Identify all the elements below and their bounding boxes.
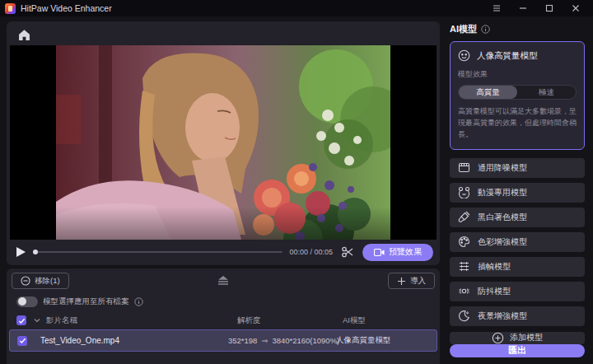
video-content [56, 45, 390, 240]
header-video-name: 影片名稱 [46, 315, 77, 326]
resolution-to: 3840*2160(1090%) [272, 336, 339, 345]
apply-all-info-icon[interactable] [134, 297, 143, 306]
apply-all-label: 模型選擇應用至所有檔案 [43, 296, 129, 307]
model-list: 通用降噪模型 動漫專用模型 黑白著色模型 [450, 158, 585, 326]
preview-effect-button[interactable]: 預覽效果 [362, 244, 433, 261]
file-ai-model: 人像高質量模型 [336, 335, 391, 346]
model-item-label: 通用降噪模型 [478, 162, 527, 174]
add-model-button[interactable]: 添加模型 [450, 332, 585, 344]
option-high-quality[interactable]: 高質量 [459, 86, 517, 99]
apply-all-row: 模型選擇應用至所有檔案 [16, 295, 143, 308]
preview-effect-label: 預覽效果 [389, 246, 422, 258]
model-item-label: 夜景增強模型 [478, 310, 527, 322]
files-toolbar: 移除(1) 導入 [12, 272, 435, 290]
video-preview [10, 45, 437, 240]
model-item-label: 動漫專用模型 [478, 187, 527, 198]
ai-model-panel: AI模型 人像高質量模型 模型效果 高質量 極速 高質量模型可以滿足大多數場景，… [445, 20, 590, 364]
active-model-name: 人像高質量模型 [477, 50, 538, 62]
maximize-icon[interactable] [540, 2, 558, 15]
portrait-face-icon [458, 49, 470, 62]
files-panel: 移除(1) 導入 模型選擇應用至所有檔案 影片名 [7, 268, 440, 364]
select-all-checkbox[interactable] [16, 315, 26, 325]
time-display: 00:00 / 00:05 [289, 248, 333, 256]
circle-minus-icon [21, 276, 30, 286]
seek-slider[interactable] [33, 247, 282, 257]
row-checkbox[interactable] [17, 336, 27, 346]
header-ai-model: AI模型 [343, 315, 366, 326]
header-resolution: 解析度 [237, 315, 261, 326]
window-title: HitPaw Video Enhancer [21, 3, 112, 13]
model-item-anime[interactable]: 動漫專用模型 [450, 183, 585, 203]
model-item-stabilize[interactable]: 防抖模型 [450, 282, 585, 301]
close-icon[interactable] [567, 2, 585, 15]
file-table-header: 影片名稱 解析度 AI模型 [16, 315, 430, 326]
menu-icon[interactable] [488, 2, 506, 15]
import-label: 導入 [410, 276, 426, 287]
denoise-icon [458, 161, 470, 174]
model-item-colorize[interactable]: 黑白著色模型 [450, 208, 585, 227]
home-icon[interactable] [16, 27, 31, 42]
toggle-knob [18, 297, 26, 306]
plus-circle-icon [492, 332, 504, 344]
active-model-card[interactable]: 人像高質量模型 模型效果 高質量 極速 高質量模型可以滿足大多數場景，呈現最高質… [450, 41, 585, 150]
plus-icon [397, 277, 406, 286]
check-icon [19, 337, 26, 344]
model-item-label: 黑白著色模型 [478, 212, 527, 223]
resolution-from: 352*198 [228, 336, 257, 345]
window-controls [488, 2, 588, 15]
add-model-label: 添加模型 [510, 332, 543, 343]
file-row[interactable]: Test_Video_One.mp4 352*198 ⇒ 3840*2160(1… [9, 329, 437, 352]
apply-all-toggle[interactable] [16, 296, 38, 307]
play-icon[interactable] [15, 246, 26, 258]
remove-button[interactable]: 移除(1) [12, 273, 69, 289]
active-model-head: 人像高質量模型 [458, 49, 577, 62]
model-item-frame-interpolation[interactable]: 插幀模型 [450, 257, 585, 277]
ai-model-info-icon[interactable] [481, 25, 490, 34]
model-item-general-denoise[interactable]: 通用降噪模型 [450, 158, 585, 178]
trim-scissors-icon[interactable] [341, 245, 354, 259]
paint-brush-icon [458, 211, 470, 223]
chevron-down-icon[interactable] [33, 316, 41, 324]
import-button[interactable]: 導入 [388, 273, 435, 289]
seek-thumb[interactable] [33, 250, 38, 254]
model-item-label: 防抖模型 [478, 286, 511, 297]
effect-segmented-control: 高質量 極速 [458, 85, 577, 100]
ai-panel-header: AI模型 [450, 23, 585, 35]
moon-icon [458, 310, 470, 322]
anime-bear-icon [458, 186, 470, 198]
model-item-color-enhance[interactable]: 色彩增強模型 [450, 232, 585, 252]
model-item-label: 色彩增強模型 [478, 236, 527, 248]
video-scene [56, 45, 390, 240]
model-item-night-enhance[interactable]: 夜景增強模型 [450, 306, 585, 326]
option-fast[interactable]: 極速 [517, 86, 576, 99]
film-frames-icon [458, 260, 470, 273]
player-panel: 00:00 / 00:05 預覽效果 [7, 21, 440, 265]
app-logo-icon [5, 3, 16, 14]
palette-icon [458, 236, 470, 248]
minimize-icon[interactable] [514, 2, 532, 15]
resolution-arrow: ⇒ [261, 336, 268, 345]
playback-controls: 00:00 / 00:05 預覽效果 [15, 243, 433, 261]
file-name: Test_Video_One.mp4 [40, 336, 119, 345]
export-button[interactable]: 匯出 [450, 344, 585, 357]
model-effect-label: 模型效果 [458, 69, 577, 80]
remove-label: 移除(1) [35, 276, 60, 287]
model-item-label: 插幀模型 [478, 261, 511, 273]
seek-track [33, 251, 282, 253]
collapse-handle-icon[interactable] [212, 273, 234, 288]
model-description: 高質量模型可以滿足大多數場景，呈現最高質量的效果，但處理時間會稍長。 [458, 106, 577, 141]
ai-panel-title: AI模型 [450, 23, 477, 35]
stabilize-icon [458, 285, 470, 297]
titlebar: HitPaw Video Enhancer [0, 0, 593, 16]
check-icon [18, 317, 26, 324]
file-resolution: 352*198 ⇒ 3840*2160(1090%) [228, 336, 339, 345]
video-camera-icon [374, 248, 385, 257]
